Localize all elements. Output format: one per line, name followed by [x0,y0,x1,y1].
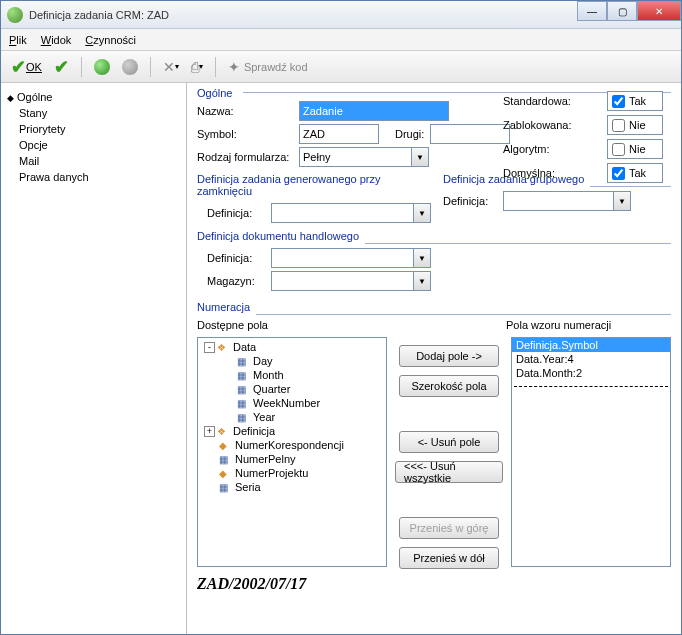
available-tree[interactable]: -DataDayMonthQuarterWeekNumberYear+Defin… [197,337,387,567]
check-icon: ✔ [54,56,69,78]
standard-label: Standardowa: [503,95,571,107]
locked-check[interactable]: Nie [607,115,663,135]
menu-actions[interactable]: Czynności [85,34,136,46]
move-down-button[interactable]: Przenieś w dół [399,547,499,569]
tree-expander[interactable]: + [204,426,215,437]
tree-node[interactable]: +Definicja [200,424,384,438]
pattern-label: Pola wzoru numeracji [506,319,671,331]
sidebar-item-priorities[interactable]: Priorytety [1,121,186,137]
checkbox[interactable] [612,143,625,156]
menu-view[interactable]: Widok [41,34,72,46]
printer-icon: ⎙ [191,59,199,75]
second-label: Drugi: [395,128,424,140]
numbering-area: -DataDayMonthQuarterWeekNumberYear+Defin… [197,337,671,569]
tree-node[interactable]: NumerPelny [200,452,384,466]
tree-expander[interactable]: - [204,342,215,353]
diamond-icon [219,467,233,479]
closedef-input[interactable] [271,203,413,223]
list-item[interactable]: Data.Month:2 [512,366,670,380]
chevron-down-icon[interactable]: ▼ [613,191,631,211]
tradedoc-mag-input[interactable] [271,271,413,291]
checkbox[interactable] [612,167,625,180]
tree-label: Definicja [233,425,275,437]
nav-back-button[interactable] [90,55,114,79]
tree-node[interactable]: Day [200,354,384,368]
remove-all-button[interactable]: <<<- Usuń wszystkie [395,461,503,483]
closedef-title: Definicja zadania generowanego przy zamk… [197,173,425,197]
numbering-title: Numeracja [197,301,250,313]
tree-node[interactable]: Month [200,368,384,382]
formtype-label: Rodzaj formularza: [197,151,293,163]
checkbox[interactable] [612,95,625,108]
maximize-button[interactable]: ▢ [607,1,637,21]
symbol-input[interactable] [299,124,379,144]
groupdef-input[interactable] [503,191,613,211]
tradedoc-def-combo[interactable]: ▼ [271,248,431,268]
sidebar-item-permissions[interactable]: Prawa danych [1,169,186,185]
list-item[interactable]: Data.Year:4 [512,352,670,366]
tree-node[interactable]: Year [200,410,384,424]
formtype-input[interactable] [299,147,411,167]
tree-node[interactable]: NumerKorespondencji [200,438,384,452]
close-button[interactable]: ✕ [637,1,681,21]
sidebar-item-options[interactable]: Opcje [1,137,186,153]
verify-button[interactable]: ✦Sprawdź kod [224,55,312,79]
formtype-combo[interactable]: ▼ [299,147,429,167]
chevron-down-icon[interactable]: ▼ [413,248,431,268]
field-icon [237,383,251,395]
standard-check[interactable]: Tak [607,91,663,111]
second-input[interactable] [430,124,510,144]
chevron-down-icon[interactable]: ▼ [413,203,431,223]
list-item[interactable]: Definicja.Symbol [512,338,670,352]
checkbox[interactable] [612,119,625,132]
move-up-button[interactable]: Przenieś w górę [399,517,499,539]
section-title: Ogólne [197,87,232,99]
pattern-list[interactable]: Definicja.SymbolData.Year:4Data.Month:2 [511,337,671,567]
algo-check[interactable]: Nie [607,139,663,159]
groupdef-combo[interactable]: ▼ [503,191,631,211]
closedef-combo[interactable]: ▼ [271,203,431,223]
tree-node[interactable]: Quarter [200,382,384,396]
menu-file[interactable]: Plik [9,34,27,46]
tree-label: Seria [235,481,261,493]
tradedoc-mag-combo[interactable]: ▼ [271,271,431,291]
width-button[interactable]: Szerokość pola [399,375,499,397]
titlebar[interactable]: Definicja zadania CRM: ZAD — ▢ ✕ [1,1,681,29]
name-input[interactable] [299,101,449,121]
minimize-button[interactable]: — [577,1,607,21]
field-icon [219,453,233,465]
toolbar: ✔ OK ✔ ✕▾ ⎙▾ ✦Sprawdź kod [1,51,681,83]
tree-node[interactable]: -Data [200,340,384,354]
tradedoc-title: Definicja dokumentu handlowego [197,230,359,242]
ok-button[interactable]: ✔ OK [7,55,46,79]
tradedoc-def-input[interactable] [271,248,413,268]
sidebar-item-mail[interactable]: Mail [1,153,186,169]
apply-button[interactable]: ✔ [50,55,73,79]
default-check[interactable]: Tak [607,163,663,183]
app-icon [7,7,23,23]
print-button[interactable]: ⎙▾ [187,55,207,79]
groupdef-label: Definicja: [443,195,497,207]
tree-label: NumerKorespondencji [235,439,344,451]
sidebar-item-general[interactable]: Ogólne [1,89,186,105]
body: Ogólne Stany Priorytety Opcje Mail Prawa… [1,83,681,634]
remove-field-button[interactable]: <- Usuń pole [399,431,499,453]
arrow-right-icon [122,59,138,75]
nav-fwd-button[interactable] [118,55,142,79]
symbol-label: Symbol: [197,128,293,140]
default-label: Domyślna: [503,167,555,179]
add-field-button[interactable]: Dodaj pole -> [399,345,499,367]
chevron-down-icon[interactable]: ▼ [413,271,431,291]
sidebar-item-states[interactable]: Stany [1,105,186,121]
locked-label: Zablokowana: [503,119,572,131]
tree-node[interactable]: NumerProjektu [200,466,384,480]
diamond2-icon [217,425,231,437]
chevron-down-icon[interactable]: ▼ [411,147,429,167]
field-icon [237,369,251,381]
tree-node[interactable]: Seria [200,480,384,494]
main-panel: Ogólne Nazwa: Symbol: Drugi: Rodzaj form… [187,83,681,634]
preview-text: ZAD/2002/07/17 [197,575,671,593]
tree-label: Month [253,369,284,381]
tree-node[interactable]: WeekNumber [200,396,384,410]
tools-button[interactable]: ✕▾ [159,55,183,79]
